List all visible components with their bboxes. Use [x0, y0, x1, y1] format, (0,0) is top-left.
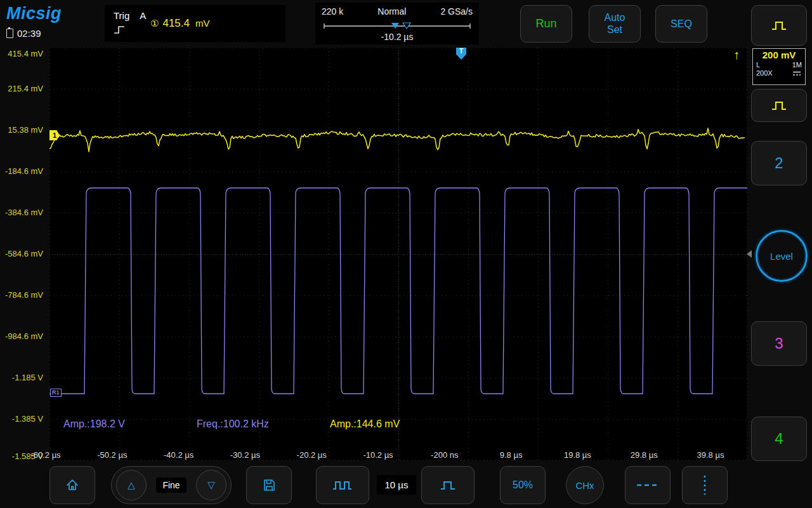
fine-mode-toggle[interactable]: Fine — [156, 478, 186, 493]
triangle-down-icon: ▽ — [207, 479, 215, 491]
channel-2-label: 2 — [775, 154, 783, 172]
brand-logo: Micsig — [6, 4, 62, 23]
adjust-control-group: △ Fine ▽ — [111, 466, 232, 504]
dc-coupling-icon — [792, 70, 802, 76]
channel-3-button[interactable]: 3 — [751, 321, 807, 366]
oscilloscope-screen: Micsig 02:39 TrigA ①415.4mV 220 k Normal… — [0, 0, 812, 508]
voltage-axis-label: 415.4 mV — [8, 49, 43, 58]
clock-text: 02:39 — [17, 28, 41, 39]
trigger-level-readout: ①415.4mV — [150, 17, 210, 30]
offscreen-up-arrow-icon: ↑ — [733, 48, 740, 62]
save-button[interactable] — [246, 466, 292, 504]
voltage-axis-label: -1.185 V — [12, 373, 43, 382]
voltage-axis-label: -1.385 V — [12, 414, 43, 424]
ch1-info-box[interactable]: 200 mV L 1M 200X — [752, 48, 806, 85]
timebase-status-panel[interactable]: 220 k Normal 2 GSa/s -10.2 µs — [315, 3, 479, 44]
channel-2-button[interactable]: 2 — [751, 141, 807, 185]
voltage-axis-label: -984.6 mV — [5, 331, 43, 341]
chx-label: CHx — [575, 480, 594, 491]
cursor-vertical-button[interactable] — [682, 466, 728, 504]
voltage-axis-label: -784.6 mV — [5, 290, 43, 300]
trig-level-unit: mV — [195, 18, 210, 29]
seq-button[interactable]: SEQ — [655, 5, 707, 43]
timebase-zoom-out-button[interactable] — [316, 466, 369, 504]
level-knob-label: Level — [770, 251, 793, 262]
sample-rate: 2 GSa/s — [440, 6, 473, 17]
battery-icon — [6, 29, 13, 38]
trigger-type-button[interactable] — [751, 5, 807, 46]
voltage-axis-label: -384.6 mV — [5, 208, 43, 217]
timebase-zoom-in-button[interactable] — [421, 466, 475, 504]
channel-select-button[interactable]: CHx — [566, 466, 604, 504]
trig-source-badge: ① — [150, 18, 159, 29]
voltage-axis-label: -184.6 mV — [5, 166, 43, 176]
rising-edge-icon — [112, 24, 126, 36]
home-button[interactable] — [49, 466, 95, 504]
voltage-axis-label: 215.4 mV — [8, 84, 43, 93]
pulse-icon — [769, 99, 789, 112]
trig-level-value: 415.4 — [162, 17, 190, 29]
dashed-line-icon — [634, 480, 662, 490]
ch1-probe: 200X — [756, 69, 773, 77]
status-battery-clock: 02:39 — [6, 28, 41, 39]
run-button[interactable]: Run — [520, 5, 572, 43]
adjust-up-button[interactable]: △ — [116, 470, 147, 500]
seq-label: SEQ — [671, 18, 692, 30]
waveform-display[interactable]: T 1 R1 ↑ -60.2 µs-50.2 µs-40.2 µs-30.2 µ… — [49, 48, 747, 460]
voltage-axis-label: 15.38 mV — [8, 125, 43, 135]
voltage-axis: 415.4 mV215.4 mV15.38 mV-184.6 mV-384.6 … — [0, 48, 47, 467]
voltage-axis-label: -584.6 mV — [5, 249, 43, 258]
level-knob[interactable]: Level — [756, 230, 808, 282]
save-icon — [261, 478, 277, 493]
horizontal-position: -10.2 µs — [315, 32, 479, 42]
trig-label: Trig — [114, 10, 129, 21]
ch1-impedance: 1M — [792, 61, 802, 69]
channel-3-label: 3 — [775, 335, 783, 352]
acquisition-row: 220 k Normal 2 GSa/s — [315, 3, 479, 17]
trigger-slope-button[interactable] — [751, 89, 807, 122]
home-icon — [65, 478, 80, 493]
adjust-down-button[interactable]: ▽ — [196, 470, 226, 500]
voltage-axis-label: -1.585 V — [12, 451, 43, 461]
timebase-position-bar — [322, 22, 473, 30]
fifty-percent-button[interactable]: 50% — [500, 466, 546, 504]
ch1-scale: 200 mV — [753, 50, 805, 60]
channel-4-label: 4 — [775, 430, 783, 448]
ref-r1-marker[interactable]: R1 — [50, 389, 62, 397]
scope-canvas — [49, 48, 747, 460]
knob-pointer-icon — [747, 250, 752, 258]
cursor-horizontal-button[interactable] — [625, 466, 671, 504]
autoset-button[interactable]: Auto Set — [589, 5, 641, 43]
double-pulse-icon — [332, 479, 353, 491]
channel-4-button[interactable]: 4 — [751, 417, 807, 461]
timebase-readout: 10 µs — [377, 475, 416, 495]
autoset-label: Auto Set — [600, 12, 629, 36]
trigger-mode: Normal — [377, 6, 406, 17]
dotted-vertical-line-icon — [700, 474, 710, 497]
fifty-percent-label: 50% — [513, 479, 533, 491]
trig-channel: A — [140, 10, 146, 21]
ch1-coupling: L — [756, 61, 760, 69]
single-pulse-icon — [438, 479, 457, 491]
trigger-source-row: TrigA — [114, 10, 146, 21]
run-label: Run — [535, 17, 556, 30]
trigger-info-panel[interactable]: TrigA ①415.4mV — [105, 5, 285, 42]
pulse-icon — [769, 19, 789, 32]
memory-depth: 220 k — [322, 6, 343, 17]
triangle-up-icon: △ — [128, 479, 135, 491]
